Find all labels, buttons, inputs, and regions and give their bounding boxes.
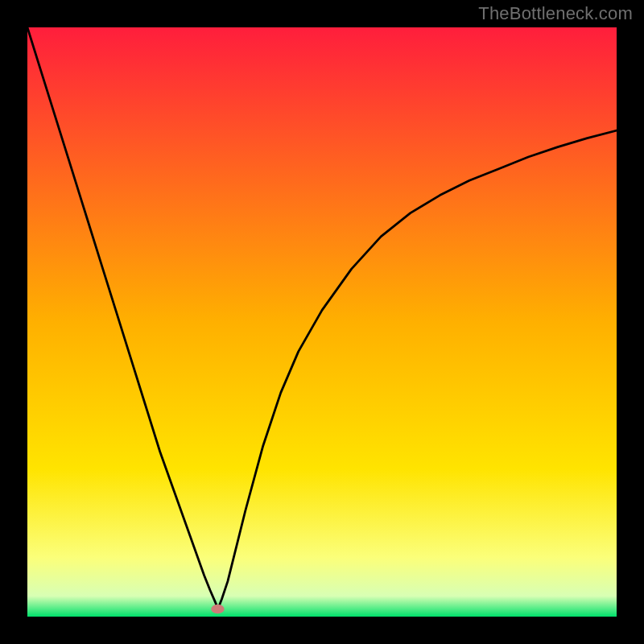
chart-background xyxy=(27,27,617,617)
chart-frame: TheBottleneck.com xyxy=(0,0,644,644)
watermark-text: TheBottleneck.com xyxy=(478,3,633,24)
chart-svg xyxy=(27,27,617,617)
minimum-marker xyxy=(211,605,224,614)
chart-plot-area xyxy=(27,27,617,617)
